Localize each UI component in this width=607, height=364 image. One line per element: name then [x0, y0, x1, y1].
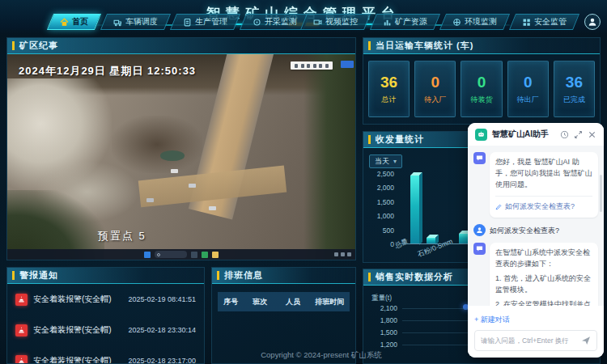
- ai-title: 智慧矿山AI助手: [492, 129, 555, 140]
- schedule-panel: 排班信息 序号 班次 人员 排班时间: [211, 267, 356, 364]
- alarm-label: 安全着装报警(安全帽): [33, 294, 122, 305]
- stat-waiting-exit: 0 待出厂: [507, 61, 549, 117]
- suggested-question[interactable]: 如何派发安全检查表?: [495, 196, 592, 213]
- tab-label: 安全监管: [534, 16, 567, 28]
- stat-value: 0: [524, 74, 533, 91]
- ai-assistant-panel: 智慧矿山AI助手 您好，我是 智慧矿山AI 助手，您可以向我提出 智慧矿山 使用…: [468, 123, 604, 358]
- video-feed[interactable]: 2024年12月29日 星期日 12:50:33 预置点 5: [7, 54, 355, 260]
- dashboard-root: 智慧矿山综合管理平台 首页 车辆调度 生产管理: [0, 0, 607, 364]
- siren-icon: [15, 294, 28, 306]
- new-chat-link[interactable]: + 新建对话: [474, 315, 510, 325]
- system-tray: [334, 252, 351, 256]
- stat-waiting-load: 0 待装货: [461, 61, 502, 117]
- tab-vehicle-dispatch[interactable]: 车辆调度: [100, 14, 171, 30]
- taskbar-app-icon[interactable]: [202, 252, 208, 258]
- ai-reply-intro: 在智慧矿山系统中派发安全检查表的步骤如下：: [495, 248, 592, 270]
- ai-header: 智慧矿山AI助手: [468, 123, 604, 146]
- stat-completed: 36 已完成: [554, 61, 595, 117]
- col-shift: 班次: [244, 297, 276, 307]
- panel-title: 当日运输车辆统计 (车): [376, 40, 473, 52]
- siren-icon: [15, 324, 28, 336]
- stat-label: 已完成: [563, 95, 585, 105]
- tab-label: 车辆调度: [125, 16, 158, 28]
- tab-production-mgmt[interactable]: 生产管理: [170, 14, 240, 30]
- tab-home-label: 首页: [72, 16, 88, 28]
- stat-row: 36 总计 0 待入厂 0 待装货 0 待出厂 36 已完成: [368, 61, 595, 117]
- bot-message: 您好，我是 智慧矿山AI 助手，您可以向我提出 智慧矿山 使用问题。 如何派发安…: [473, 152, 598, 218]
- filter-value: 当天: [375, 156, 389, 167]
- pen-icon: [495, 204, 502, 210]
- mine-events-header: 矿区纪事: [7, 38, 355, 54]
- bot-avatar-icon: [473, 152, 486, 164]
- y-axis-ticks: 2,500 2,000 1,500 1,000 500 0: [370, 174, 394, 244]
- bot-message: 在智慧矿山系统中派发安全检查表的步骤如下： 1. 首先，进入矿山系统的安全监管模…: [473, 243, 598, 306]
- home-icon: [60, 18, 69, 27]
- tab-label: 矿产资源: [395, 16, 427, 28]
- history-icon[interactable]: [560, 130, 569, 139]
- stat-waiting-entry: 0 待入厂: [414, 61, 456, 117]
- stat-label: 待装货: [471, 95, 493, 105]
- nav-left: 首页 车辆调度 生产管理 开采监测: [50, 14, 307, 30]
- ai-greeting: 您好，我是 智慧矿山AI 助手，您可以向我提出 智慧矿山 使用问题。: [495, 157, 592, 191]
- clipboard-icon: [183, 18, 192, 27]
- alarm-time: 2025-02-18 23:30:14: [128, 326, 196, 334]
- video-datetime-overlay: 2024年12月29日 星期日 12:50:33: [19, 64, 196, 78]
- expand-icon[interactable]: [574, 130, 583, 139]
- alarm-label: 安全着装报警(安全帽): [33, 324, 122, 336]
- camera-icon: [313, 18, 322, 27]
- bar-total: [410, 176, 419, 243]
- tab-label: 生产管理: [195, 16, 227, 28]
- tab-label: 开采监测: [265, 16, 297, 28]
- suggestion-label: 如何派发安全检查表?: [505, 201, 575, 213]
- stat-value: 36: [380, 74, 397, 91]
- alarm-row[interactable]: 安全着装报警(安全帽) 2025-02-19 08:41:51: [7, 284, 204, 315]
- video-corner-widget: [341, 61, 354, 68]
- tab-video-monitor[interactable]: 视频监控: [300, 14, 371, 30]
- col-index: 序号: [218, 297, 244, 307]
- stat-total: 36 总计: [368, 61, 410, 117]
- ptz-toolbar[interactable]: [291, 61, 333, 70]
- taskbar-search[interactable]: [155, 251, 187, 258]
- user-message: 如何派发安全检查表?: [473, 224, 598, 236]
- header: 智慧矿山综合管理平台 首页 车辆调度 生产管理: [0, 0, 607, 34]
- tab-mineral-resources[interactable]: 矿产资源: [370, 14, 440, 30]
- bar-chart-icon: [383, 18, 392, 27]
- close-icon[interactable]: [588, 130, 596, 139]
- user-avatar-icon: [473, 224, 486, 236]
- ai-conversation: 您好，我是 智慧矿山AI 助手，您可以向我提出 智慧矿山 使用问题。 如何派发安…: [468, 146, 604, 306]
- alarm-row[interactable]: 安全着装报警(安全帽) 2025-02-18 23:30:14: [7, 315, 204, 345]
- send-icon[interactable]: [581, 336, 591, 345]
- stat-label: 总计: [382, 95, 397, 105]
- tab-environment-monitor[interactable]: 环境监测: [439, 14, 510, 30]
- ai-logo-icon: [475, 129, 487, 141]
- panel-title: 销售实时数据分析: [376, 271, 453, 283]
- grid-icon: [522, 18, 531, 27]
- taskbar-app-icon[interactable]: [191, 252, 197, 258]
- mine-events-panel: 矿区纪事 2024年12月29日 星期日 12:50:33 预置点 5: [6, 37, 356, 260]
- tab-mining-monitor[interactable]: 开采监测: [240, 14, 310, 30]
- vehicle-stats-panel: 当日运输车辆统计 (车) 36 总计 0 待入厂 0 待装货 0 待出厂 36 …: [363, 37, 601, 125]
- tab-safety-supervision[interactable]: 安全监管: [509, 14, 579, 30]
- tab-label: 视频监控: [325, 16, 358, 28]
- alarm-panel: 警报通知 安全着装报警(安全帽) 2025-02-19 08:41:51 安全着…: [6, 267, 205, 364]
- start-icon[interactable]: [144, 252, 151, 258]
- stat-label: 待入厂: [424, 95, 446, 105]
- schedule-table-header: 序号 班次 人员 排班时间: [218, 292, 350, 311]
- panel-title: 矿区纪事: [19, 40, 58, 52]
- scrollbar[interactable]: [600, 175, 602, 212]
- user-avatar[interactable]: [584, 14, 601, 30]
- alarm-time: 2025-02-19 08:41:51: [128, 295, 196, 303]
- stat-value: 0: [478, 74, 486, 91]
- time-filter-dropdown[interactable]: 当天 ▾: [369, 154, 402, 168]
- col-personnel: 人员: [276, 297, 310, 307]
- panel-title: 收发量统计: [376, 133, 424, 146]
- environment-icon: [452, 18, 461, 27]
- y-axis-title: 重量(t): [371, 294, 392, 303]
- tab-home[interactable]: 首页: [47, 14, 101, 30]
- ai-question-input[interactable]: [481, 336, 578, 345]
- truck-icon: [113, 18, 122, 27]
- preset-label: 预置点 5: [98, 229, 146, 243]
- ai-footer: + 新建对话: [468, 306, 604, 358]
- folder-icon[interactable]: [212, 252, 219, 258]
- stat-value: 0: [431, 74, 440, 91]
